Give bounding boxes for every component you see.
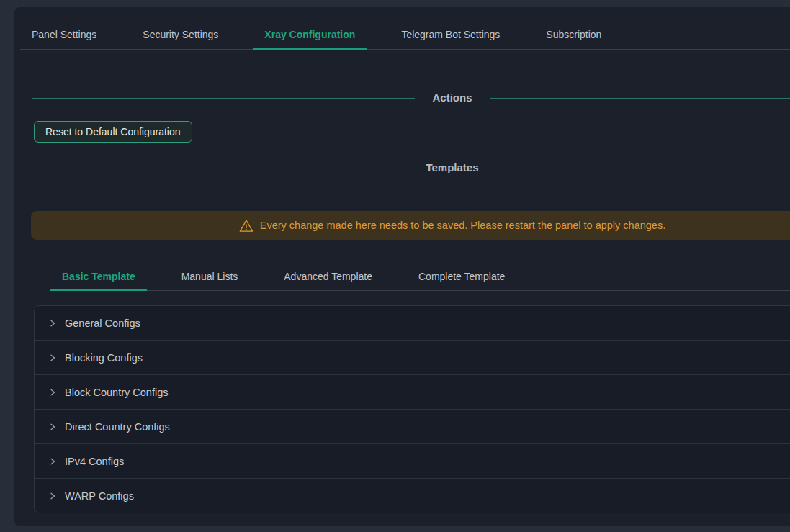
chevron-right-icon	[48, 423, 57, 431]
tab-subscription[interactable]: Subscription	[534, 20, 613, 49]
main-tab-bar: Panel Settings Security Settings Xray Co…	[20, 20, 790, 50]
config-group-label: IPv4 Configs	[65, 456, 124, 467]
chevron-right-icon	[48, 388, 57, 397]
xray-settings-card: Panel Settings Security Settings Xray Co…	[14, 7, 790, 526]
warning-alert: Every change made here needs to be saved…	[31, 211, 790, 240]
tab-advanced-template[interactable]: Advanced Template	[272, 263, 384, 290]
config-group-block-country-configs[interactable]: Block Country Configs	[35, 374, 790, 409]
actions-section-title: Actions	[415, 90, 490, 106]
tab-panel-settings[interactable]: Panel Settings	[20, 20, 108, 49]
tab-telegram-bot-settings[interactable]: Telegram Bot Settings	[390, 20, 511, 49]
warning-alert-text: Every change made here needs to be saved…	[260, 220, 665, 231]
config-group-label: Direct Country Configs	[65, 421, 170, 433]
tab-security-settings[interactable]: Security Settings	[131, 20, 230, 49]
chevron-right-icon	[48, 319, 57, 328]
chevron-right-icon	[48, 353, 57, 362]
templates-divider: Templates	[32, 160, 790, 176]
config-group-direct-country-configs[interactable]: Direct Country Configs	[35, 409, 790, 443]
tab-xray-configuration[interactable]: Xray Configuration	[253, 20, 367, 49]
templates-section-title: Templates	[408, 160, 496, 176]
config-group-label: General Configs	[65, 317, 140, 329]
config-group-warp-configs[interactable]: WARP Configs	[35, 478, 790, 513]
config-group-label: Blocking Configs	[65, 352, 143, 364]
config-group-ipv4-configs[interactable]: IPv4 Configs	[35, 443, 790, 478]
chevron-right-icon	[48, 457, 57, 466]
actions-divider: Actions	[32, 90, 790, 106]
template-tab-bar: Basic Template Manual Lists Advanced Tem…	[50, 263, 790, 291]
config-group-blocking-configs[interactable]: Blocking Configs	[35, 340, 790, 374]
config-groups-list: General Configs Blocking Configs Block C…	[34, 305, 790, 513]
warning-triangle-icon	[239, 219, 253, 233]
chevron-right-icon	[48, 492, 57, 500]
config-group-label: Block Country Configs	[65, 387, 168, 398]
tab-manual-lists[interactable]: Manual Lists	[170, 263, 250, 290]
config-group-label: WARP Configs	[65, 490, 134, 502]
config-group-general-configs[interactable]: General Configs	[35, 306, 790, 340]
reset-default-config-button[interactable]: Reset to Default Configuration	[34, 121, 192, 143]
tab-complete-template[interactable]: Complete Template	[407, 263, 516, 290]
tab-basic-template[interactable]: Basic Template	[50, 263, 147, 290]
